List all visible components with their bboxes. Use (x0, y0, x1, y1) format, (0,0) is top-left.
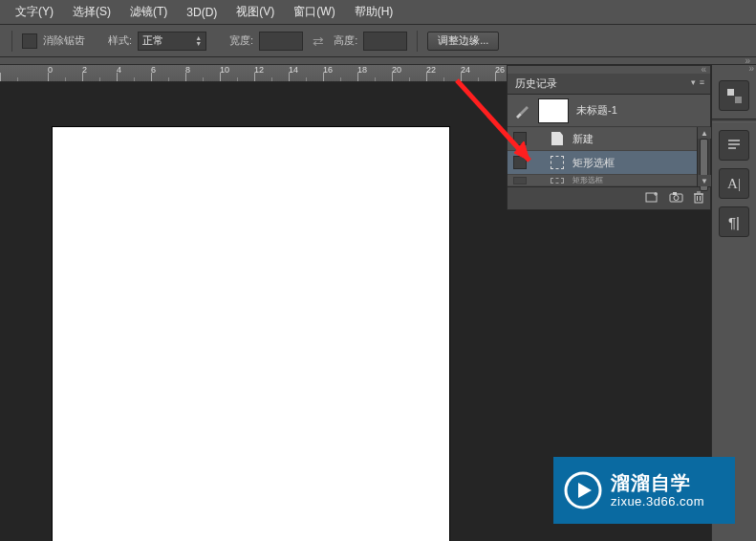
svg-rect-11 (695, 194, 702, 203)
history-brush-icon[interactable] (513, 102, 530, 119)
marquee-icon (550, 173, 565, 188)
dock-button-paragraph-styles[interactable]: ¶| (719, 206, 749, 237)
delete-state-icon[interactable] (693, 191, 704, 206)
watermark-logo-icon (563, 470, 603, 510)
menu-text[interactable]: 文字(Y) (6, 4, 63, 20)
svg-marker-19 (578, 483, 592, 498)
snapshot-name: 未标题-1 (576, 103, 617, 118)
history-panel: « 历史记录 ▾ ≡ 未标题-1 新建 (507, 65, 711, 210)
menu-filter[interactable]: 滤镜(T) (120, 4, 177, 20)
history-source-well[interactable] (513, 177, 527, 184)
svg-rect-10 (673, 192, 677, 195)
history-panel-tab[interactable]: 历史记录 ▾ ≡ (508, 74, 710, 95)
ruler-tick-label: 20 (392, 65, 401, 75)
create-document-from-state-icon[interactable] (645, 191, 659, 206)
watermark-main-text: 溜溜自学 (611, 471, 704, 494)
ruler-tick-label: 8 (185, 65, 190, 75)
ruler-tick-label: 0 (48, 65, 53, 75)
refine-edge-button[interactable]: 调整边缘... (427, 32, 499, 51)
style-label: 样式: (108, 33, 132, 48)
dock-button-paragraph[interactable] (719, 130, 749, 161)
svg-rect-0 (727, 89, 734, 96)
ruler-tick-label: 4 (117, 65, 121, 75)
ruler-tick-label: 2 (82, 65, 87, 75)
history-list: 新建 矩形选框 矩形选框 (508, 127, 710, 186)
history-item-label: 矩形选框 (572, 156, 615, 170)
ruler-tick-label: 12 (254, 65, 264, 75)
tab-strip: » (0, 57, 756, 65)
options-bar: 消除锯齿 样式: 正常 ▲▼ 宽度: ⇄ 高度: 调整边缘... (0, 25, 756, 57)
ruler-tick-label: 10 (220, 65, 229, 75)
dock-divider (712, 119, 756, 122)
ruler-tick-label: 22 (426, 65, 436, 75)
history-item-label: 矩形选框 (572, 175, 603, 185)
ruler-tick-label: 26 (495, 65, 505, 75)
width-input[interactable] (259, 32, 303, 51)
style-select[interactable]: 正常 ▲▼ (138, 32, 206, 51)
snapshot-thumbnail (538, 98, 569, 123)
document-canvas[interactable] (53, 127, 449, 541)
swap-width-height-icon[interactable]: ⇄ (309, 33, 328, 49)
watermark-badge: 溜溜自学 zixue.3d66.com (553, 457, 735, 524)
history-item-label: 新建 (572, 132, 594, 146)
workspace: 0 2 4 6 8 10 12 14 16 18 20 22 24 26 » A… (0, 65, 756, 541)
dock-button-swatches[interactable] (719, 80, 749, 111)
history-source-well[interactable] (513, 156, 527, 169)
chevron-updown-icon: ▲▼ (195, 35, 202, 47)
height-label: 高度: (334, 33, 357, 48)
menu-bar: 文字(Y) 选择(S) 滤镜(T) 3D(D) 视图(V) 窗口(W) 帮助(H… (0, 0, 756, 25)
history-panel-title: 历史记录 (515, 76, 557, 91)
menu-select[interactable]: 选择(S) (63, 4, 120, 20)
scroll-down-icon[interactable]: ▼ (698, 175, 711, 186)
scroll-up-icon[interactable]: ▲ (698, 127, 711, 139)
style-select-value: 正常 (142, 33, 195, 48)
watermark-sub-text: zixue.3d66.com (611, 494, 704, 509)
menu-3d[interactable]: 3D(D) (177, 6, 227, 19)
ruler-tick-label: 24 (461, 65, 470, 75)
history-scrollbar[interactable]: ▲ ▼ (697, 127, 710, 186)
marquee-icon (550, 155, 565, 170)
width-label: 宽度: (229, 33, 253, 48)
panel-menu-icon[interactable]: ▾ (691, 77, 696, 87)
menu-view[interactable]: 视图(V) (227, 4, 284, 20)
menu-help[interactable]: 帮助(H) (345, 4, 403, 20)
antialias-label: 消除锯齿 (43, 33, 85, 48)
panel-collapse-icon[interactable]: « (701, 66, 710, 74)
dock-button-character[interactable]: A| (719, 168, 749, 199)
svg-rect-1 (735, 97, 742, 103)
ruler-tick-label: 16 (323, 65, 333, 75)
history-snapshot-row[interactable]: 未标题-1 (508, 95, 710, 127)
history-source-well[interactable] (513, 132, 527, 145)
history-item[interactable]: 新建 (508, 127, 697, 151)
new-snapshot-icon[interactable] (669, 191, 683, 206)
options-separator-2 (417, 31, 418, 52)
file-icon (550, 131, 565, 146)
history-footer (508, 186, 710, 209)
svg-point-9 (674, 196, 679, 201)
antialias-checkbox[interactable] (22, 33, 37, 49)
menu-window[interactable]: 窗口(W) (284, 4, 344, 20)
refine-edge-label: 调整边缘... (438, 33, 488, 48)
options-separator (11, 31, 12, 52)
dock-expand-icon[interactable]: » (748, 65, 756, 73)
ruler-tick-label: 6 (151, 65, 156, 75)
panel-menu-lines-icon[interactable]: ≡ (700, 77, 704, 87)
height-input[interactable] (363, 32, 407, 51)
ruler-tick-label: 14 (289, 65, 298, 75)
history-item[interactable]: 矩形选框 (508, 175, 697, 186)
history-item[interactable]: 矩形选框 (508, 151, 697, 175)
ruler-tick-label: 18 (357, 65, 367, 75)
